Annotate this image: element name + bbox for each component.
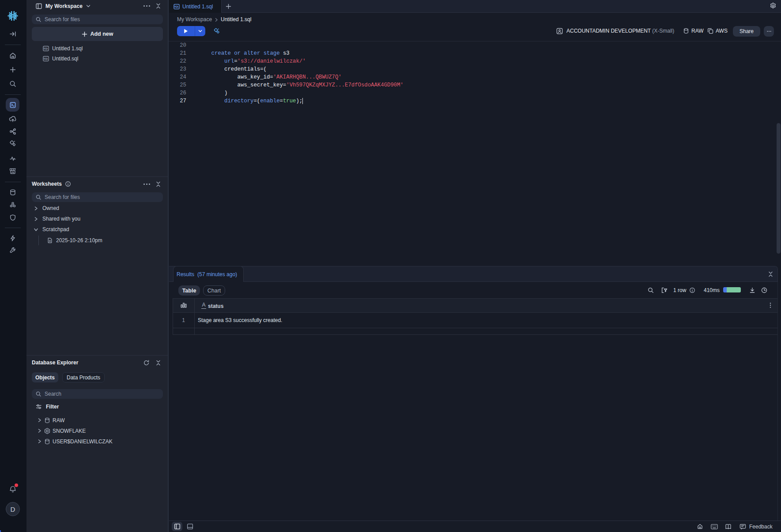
svg-text:SQL: SQL xyxy=(43,57,49,60)
svg-text:SQL: SQL xyxy=(174,5,179,8)
svg-text:SQL: SQL xyxy=(43,47,49,50)
